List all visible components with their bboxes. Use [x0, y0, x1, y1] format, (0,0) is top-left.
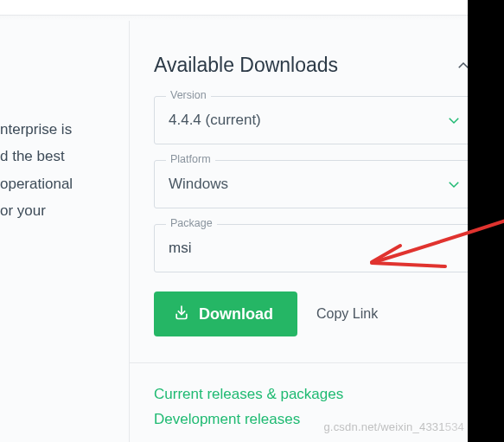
chevron-down-icon: [446, 176, 462, 192]
version-label: Version: [166, 89, 211, 101]
left-line-2: d the best: [0, 143, 129, 170]
package-field: Package msi: [154, 224, 476, 272]
section-title: Available Downloads: [154, 54, 338, 77]
chevron-down-icon: [446, 112, 462, 128]
package-label: Package: [166, 217, 217, 229]
release-links: Current releases & packages Development …: [154, 363, 476, 432]
left-description-fragment: nterprise is d the best operational or y…: [0, 21, 130, 442]
content-columns: nterprise is d the best operational or y…: [0, 21, 504, 442]
version-select[interactable]: 4.4.4 (current): [154, 96, 476, 144]
downloads-panel: Available Downloads Version 4.4.4 (curre…: [130, 21, 504, 442]
link-development-releases[interactable]: Development releases: [154, 407, 476, 432]
version-value: 4.4.4 (current): [169, 112, 261, 129]
platform-label: Platform: [166, 153, 215, 165]
left-line-4: or your: [0, 197, 129, 224]
left-line-3: operational: [0, 170, 129, 197]
top-strip: [0, 0, 504, 16]
left-line-1: nterprise is: [0, 116, 129, 143]
copy-link[interactable]: Copy Link: [316, 306, 378, 322]
actions-row: Download Copy Link: [154, 291, 476, 336]
platform-value: Windows: [169, 176, 228, 193]
version-field: Version 4.4.4 (current): [154, 96, 476, 144]
download-label: Download: [199, 305, 273, 323]
platform-select[interactable]: Windows: [154, 160, 476, 208]
link-current-releases[interactable]: Current releases & packages: [154, 382, 476, 407]
section-header[interactable]: Available Downloads: [154, 54, 476, 77]
download-icon: [173, 304, 190, 325]
black-right-edge: [468, 0, 504, 442]
platform-field: Platform Windows: [154, 160, 476, 208]
download-button[interactable]: Download: [154, 291, 297, 336]
package-select[interactable]: msi: [154, 224, 476, 272]
package-value: msi: [169, 240, 191, 257]
